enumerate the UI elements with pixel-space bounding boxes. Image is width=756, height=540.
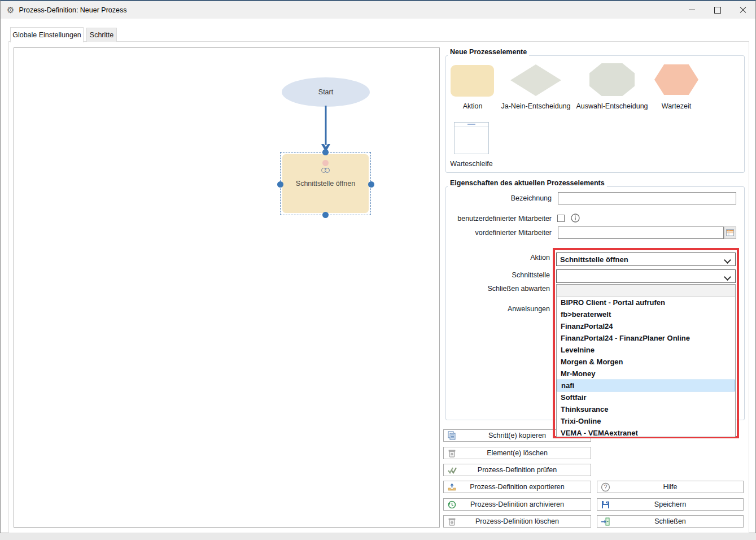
dropdown-item[interactable]: FinanzPortal24 [557, 320, 735, 332]
tab-globale-einstellungen[interactable]: Globale Einstellungen [10, 27, 84, 42]
dropdown-item[interactable]: VEMA - VEMAextranet [557, 427, 735, 437]
process-definition-window: ⚙ Prozess-Definition: Neuer Prozess Glob… [0, 0, 756, 533]
connection-point[interactable] [322, 160, 329, 166]
dropdown-item-highlighted[interactable]: nafi [557, 380, 735, 391]
help-button[interactable]: ? Hilfe [597, 481, 744, 493]
info-icon [571, 214, 580, 223]
palette-wartezeit-label: Wartezeit [643, 102, 710, 110]
dropdown-item[interactable]: Softfair [557, 391, 735, 403]
titlebar: ⚙ Prozess-Definition: Neuer Prozess [1, 1, 755, 19]
minimize-button[interactable] [679, 1, 705, 19]
aktion-select[interactable]: Schnittstelle öffnen [556, 252, 736, 266]
help-label: Hilfe [597, 481, 743, 493]
schnittstelle-label: Schnittstelle [512, 271, 550, 279]
delete-definition-button[interactable]: Prozess-Definition löschen [443, 515, 591, 528]
benutzerdefinierter-mitarbeiter-checkbox[interactable] [557, 215, 565, 222]
handle-top[interactable] [322, 149, 329, 155]
maximize-icon [714, 7, 721, 14]
check-definition-button[interactable]: Prozess-Definition prüfen [443, 464, 591, 476]
mitarbeiter-picker-button[interactable] [724, 227, 736, 239]
export-definition-button[interactable]: Prozess-Definition exportieren [443, 481, 591, 493]
link-icon [321, 168, 330, 173]
dropdown-item[interactable]: fb>beraterwelt [557, 308, 735, 320]
close-button[interactable] [730, 1, 755, 19]
bezeichnung-input[interactable] [558, 192, 736, 204]
delete-definition-label: Prozess-Definition löschen [444, 516, 591, 527]
dropdown-item[interactable]: Mr-Money [557, 368, 735, 380]
window-title: Prozess-Definition: Neuer Prozess [19, 6, 126, 14]
process-canvas[interactable]: Start Schnittstelle öffnen [14, 47, 440, 528]
palette-aktion-shape[interactable] [451, 65, 494, 97]
bezeichnung-label: Bezeichnung [511, 194, 552, 202]
step-node-label: Schnittstelle öffnen [296, 180, 355, 188]
save-button[interactable]: Speichern [597, 498, 744, 511]
palette-auswahl-shape[interactable] [589, 63, 635, 96]
schnittstelle-dropdown-list: BIPRO Client - Portal aufrufen fb>berate… [556, 284, 736, 437]
save-label: Speichern [597, 499, 743, 510]
handle-right[interactable] [368, 181, 374, 188]
properties-title: Eigenschaften des aktuellen Prozesseleme… [448, 179, 607, 187]
dropdown-item[interactable]: Levelnine [557, 344, 735, 356]
check-definition-label: Prozess-Definition prüfen [444, 464, 591, 476]
chevron-down-icon [724, 273, 731, 281]
connector-arrow [317, 106, 334, 154]
gears-icon: ⚙ [7, 6, 14, 14]
maximize-button[interactable] [705, 1, 730, 19]
highlight-red-box: Schnittstelle öffnen BIPRO Client - Port… [553, 248, 739, 438]
close-dialog-label: Schließen [597, 516, 743, 527]
palette-title: Neue Prozesselemente [448, 48, 529, 56]
dropdown-item[interactable]: BIPRO Client - Portal aufrufen [557, 297, 735, 308]
start-node-label: Start [318, 88, 333, 96]
handle-bottom[interactable] [322, 212, 329, 218]
handle-left[interactable] [277, 181, 283, 188]
chevron-down-icon [724, 256, 731, 264]
dropdown-item[interactable]: Morgen & Morgen [557, 356, 735, 368]
aktion-select-value: Schnittstelle öffnen [560, 255, 628, 264]
table-icon [726, 229, 734, 236]
palette-warteschleife-label: Warteschleife [435, 160, 508, 168]
export-definition-label: Prozess-Definition exportieren [444, 481, 591, 493]
dropdown-item[interactable]: Trixi-Online [557, 415, 735, 427]
archive-definition-button[interactable]: Prozess-Definition archivieren [443, 498, 591, 511]
dropdown-item[interactable]: FinanzPortal24 - FinanzPlaner Online [557, 332, 735, 344]
vordefinierter-mitarbeiter-input[interactable] [558, 227, 724, 239]
benutzerdefinierter-mitarbeiter-label: benutzerdefinierter Mitarbeiter [457, 215, 552, 223]
tab-globale-label: Globale Einstellungen [12, 31, 81, 39]
minimize-icon [689, 10, 695, 10]
close-icon [740, 7, 746, 14]
delete-elements-label: Element(e) löschen [444, 447, 591, 459]
schnittstelle-select[interactable] [556, 269, 736, 283]
palette-warteschleife-shape[interactable] [454, 122, 489, 154]
dropdown-item[interactable]: Thinksurance [557, 403, 735, 415]
dropdown-item-empty[interactable] [557, 285, 735, 297]
delete-elements-button[interactable]: Element(e) löschen [443, 447, 591, 459]
tab-schritte[interactable]: Schritte [86, 28, 117, 42]
start-node[interactable]: Start [282, 77, 370, 107]
archive-definition-label: Prozess-Definition archivieren [444, 499, 591, 510]
schliessen-abwarten-label: Schließen abwarten [488, 285, 550, 293]
tab-schritte-label: Schritte [90, 31, 113, 39]
vordefinierter-mitarbeiter-label: vordefinierter Mitarbeiter [475, 229, 552, 237]
aktion-label: Aktion [530, 254, 550, 262]
anweisungen-label: Anweisungen [508, 305, 550, 313]
close-dialog-button[interactable]: Schließen [597, 515, 744, 528]
